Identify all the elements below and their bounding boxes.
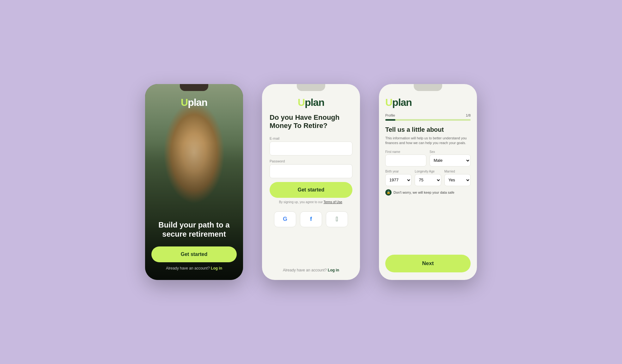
next-button[interactable]: Next xyxy=(385,255,471,272)
first-name-col: First name xyxy=(385,150,426,167)
progress-bar-bg xyxy=(385,119,471,121)
phone-3-notch xyxy=(414,84,442,91)
progress-header: Profile 1/8 xyxy=(385,113,471,117)
section-title: Tell us a little about xyxy=(385,126,471,133)
already-account-text-2: Already have an account? Log in xyxy=(283,268,339,272)
email-input[interactable] xyxy=(270,142,352,155)
google-signin-button[interactable]: G xyxy=(274,211,296,227)
phone-3-screen: Uplan Profile 1/8 Tell us a little about… xyxy=(379,84,477,280)
progress-label: Profile xyxy=(385,113,395,117)
logo-rest: plan xyxy=(188,97,207,108)
married-select[interactable]: Yes No xyxy=(444,174,471,186)
already-account-text-1: Already have an account? Log in xyxy=(166,266,222,270)
terms-link[interactable]: Terms of Use xyxy=(324,200,342,204)
phone-3-logo: Uplan xyxy=(385,97,471,108)
sex-label: Sex xyxy=(430,150,471,154)
logo-rest-3: plan xyxy=(392,97,412,108)
password-label: Password xyxy=(270,159,352,163)
phone-1-logo: Uplan xyxy=(181,97,207,108)
birth-year-label: Birth year xyxy=(385,170,412,173)
get-started-button-2[interactable]: Get started xyxy=(270,182,352,198)
birth-year-col: Birth year 1977 1970197119721973 1974197… xyxy=(385,170,412,186)
logo-u-2: U xyxy=(298,97,305,108)
married-label: Married xyxy=(444,170,471,173)
social-buttons: G f  xyxy=(274,211,348,227)
terms-text: By signing up, you agree to our Terms of… xyxy=(279,200,343,204)
facebook-signin-button[interactable]: f xyxy=(300,211,322,227)
birth-year-select[interactable]: 1977 1970197119721973 197419751976 19781… xyxy=(385,174,412,186)
apple-signin-button[interactable]:  xyxy=(326,211,348,227)
signup-headline: Do you Have Enough Money To Retire? xyxy=(270,113,352,130)
section-desc: This information will help us to better … xyxy=(385,136,471,146)
phone-1-screen: Uplan Build your path to a secure retire… xyxy=(145,84,243,280)
password-input[interactable] xyxy=(270,164,352,178)
login-link-1[interactable]: Log in xyxy=(211,266,222,270)
login-link-2[interactable]: Log in xyxy=(328,268,339,272)
longevity-select[interactable]: 75 70717273 74767778 7980 xyxy=(415,174,441,186)
progress-count: 1/8 xyxy=(466,113,471,117)
logo-rest-2: plan xyxy=(305,97,324,108)
birth-longevity-married-row: Birth year 1977 1970197119721973 1974197… xyxy=(385,170,471,186)
longevity-col: Longevity Age 75 70717273 74767778 7980 xyxy=(415,170,441,186)
phone-2-notch xyxy=(297,84,325,91)
progress-section: Profile 1/8 xyxy=(385,113,471,121)
longevity-label: Longevity Age xyxy=(415,170,441,173)
first-name-input[interactable] xyxy=(385,155,426,167)
phone-2-logo: Uplan xyxy=(298,97,324,108)
logo-u: U xyxy=(181,97,188,108)
security-text: Don't worry, we will keep your data safe xyxy=(393,191,454,194)
lock-icon: 🔒 xyxy=(385,189,392,196)
tagline: Build your path to a secure retirement xyxy=(151,221,237,239)
name-sex-row: First name Sex Male Female xyxy=(385,150,471,167)
progress-bar-fill xyxy=(385,119,395,121)
sex-select[interactable]: Male Female xyxy=(430,155,471,167)
email-group: E-mail xyxy=(270,136,352,155)
phone-1-notch xyxy=(180,84,208,91)
email-label: E-mail xyxy=(270,136,352,140)
first-name-label: First name xyxy=(385,150,426,154)
sex-col: Sex Male Female xyxy=(430,150,471,167)
security-note: 🔒 Don't worry, we will keep your data sa… xyxy=(385,189,471,196)
phone-2-screen: Uplan Do you Have Enough Money To Retire… xyxy=(262,84,360,280)
get-started-button-1[interactable]: Get started xyxy=(151,246,237,262)
married-col: Married Yes No xyxy=(444,170,471,186)
password-group: Password xyxy=(270,159,352,178)
logo-u-3: U xyxy=(385,97,392,108)
